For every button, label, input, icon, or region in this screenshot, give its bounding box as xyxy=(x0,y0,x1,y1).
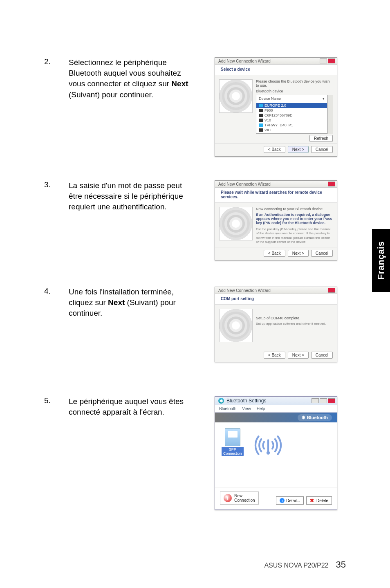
brand-bar: ✱Bluetooth xyxy=(215,413,337,422)
step-number: 2. xyxy=(44,57,57,66)
dialog-titlebar: Add New Connection Wizard xyxy=(215,181,337,188)
list-item[interactable]: EUROPE 2.0 xyxy=(256,103,327,108)
menu-view[interactable]: View xyxy=(242,406,251,411)
dropdown-icon: ▾ xyxy=(323,97,325,101)
step-screenshot: ✱ Bluetooth Settings Bluetooth View Help xyxy=(213,396,339,511)
step-number: 5. xyxy=(44,396,57,405)
bold-fragment: Next xyxy=(108,298,125,307)
step-text: Une fois l'installation terminée, clique… xyxy=(69,287,201,319)
dialog-heading: COM port setting xyxy=(215,294,337,305)
wizard-dialog-com-port: Add New Connection Wizard COM port setti… xyxy=(215,287,337,362)
minimize-button[interactable] xyxy=(312,398,319,403)
close-button[interactable] xyxy=(328,398,335,403)
detail-button[interactable]: iDetail... xyxy=(276,496,304,505)
dialog-titlebar: Add New Connection Wizard xyxy=(215,58,337,65)
menu-bar: Bluetooth View Help xyxy=(215,405,337,413)
window-titlebar: ✱ Bluetooth Settings xyxy=(215,397,337,405)
back-button[interactable]: < Back xyxy=(264,250,285,257)
footer-page-number: 35 xyxy=(336,559,346,570)
info-icon: i xyxy=(280,498,285,503)
refresh-button[interactable]: Refresh xyxy=(309,135,333,142)
delete-button[interactable]: ✖Delete xyxy=(306,496,332,505)
newconn-text-top: New xyxy=(234,494,255,498)
cancel-button[interactable]: Cancel xyxy=(311,250,333,257)
text-fragment: (Suivant) pour continuer. xyxy=(69,90,153,99)
step-screenshot: Add New Connection Wizard Please wait wh… xyxy=(213,180,339,266)
dialog-title: Add New Connection Wizard xyxy=(218,59,271,63)
back-button[interactable]: < Back xyxy=(264,352,285,359)
close-button[interactable] xyxy=(328,58,335,63)
device-listbox[interactable]: Device Name▾ EUROPE 2.0 F900 C6F12345678… xyxy=(256,95,327,134)
group-label: Bluetooth device xyxy=(256,89,333,93)
wizard-dialog-searching: Add New Connection Wizard Please wait wh… xyxy=(215,180,337,260)
step-text: La saisie d'un mot de passe peut être né… xyxy=(69,180,201,213)
delete-x-icon: ✖ xyxy=(310,498,315,503)
fine-print: Set up application software and driver i… xyxy=(256,322,333,326)
text-fragment: Le périphérique auquel vous êtes connect… xyxy=(69,397,184,416)
close-button[interactable] xyxy=(328,288,335,293)
step-screenshot: Add New Connection Wizard Select a devic… xyxy=(213,57,339,157)
list-item[interactable]: TVRWY_D40_P1 xyxy=(256,123,327,128)
next-button[interactable]: Next > xyxy=(288,146,309,153)
newconn-text-bottom: Connection xyxy=(234,498,255,503)
wizard-graphic-icon xyxy=(219,207,253,240)
bold-fragment: Next xyxy=(171,79,188,88)
menu-bluetooth[interactable]: Bluetooth xyxy=(219,406,236,411)
text-fragment: Sélectionnez le périphérique Bluetooth a… xyxy=(69,58,181,88)
dialog-instruction: Please choose the Bluetooth device you w… xyxy=(256,79,333,88)
step-3: 3. La saisie d'un mot de passe peut être… xyxy=(44,180,346,266)
device-icon xyxy=(225,428,240,446)
cancel-button[interactable]: Cancel xyxy=(311,146,333,153)
wizard-graphic-icon xyxy=(219,79,253,113)
connected-device[interactable]: SPP Connection xyxy=(222,428,244,456)
new-connection-button[interactable]: i New Connection xyxy=(220,491,259,505)
minimize-button[interactable] xyxy=(320,58,327,63)
language-tab: Français xyxy=(372,229,390,292)
next-button[interactable]: Next > xyxy=(288,352,309,359)
signal-waves-icon xyxy=(251,428,285,462)
new-connection-icon: i xyxy=(224,494,232,502)
listbox-header: Device Name xyxy=(259,97,281,101)
wizard-dialog-select-device: Add New Connection Wizard Select a devic… xyxy=(215,57,337,157)
wizard-graphic-icon xyxy=(219,309,253,342)
step-5: 5. Le périphérique auquel vous êtes conn… xyxy=(44,396,346,511)
list-item[interactable]: V10 xyxy=(256,118,327,123)
svg-point-0 xyxy=(266,451,269,454)
auth-hint: If an Authentication is required, a dial… xyxy=(256,213,333,225)
dialog-heading: Please wait while wizard searches for re… xyxy=(215,188,337,203)
brand-pill: ✱Bluetooth xyxy=(298,414,332,421)
fine-print: For the passkey (PIN code), please see t… xyxy=(256,227,333,245)
bluetooth-settings-window: ✱ Bluetooth Settings Bluetooth View Help xyxy=(215,396,337,510)
list-item[interactable]: C6F123456789D xyxy=(256,113,327,118)
back-button[interactable]: < Back xyxy=(264,146,285,153)
menu-help[interactable]: Help xyxy=(257,406,265,411)
status-text: Setup of COM40 complete. xyxy=(256,316,333,320)
bluetooth-logo-icon: ✱ xyxy=(218,398,224,404)
status-text: Now connecting to your Bluetooth device. xyxy=(256,207,333,211)
close-button[interactable] xyxy=(328,182,335,186)
text-fragment: La saisie d'un mot de passe peut être né… xyxy=(69,181,183,211)
page-footer: ASUS NOVA P20/P22 35 xyxy=(264,559,346,570)
next-button[interactable]: Next > xyxy=(288,250,309,257)
dialog-title: Add New Connection Wizard xyxy=(218,182,271,186)
step-text: Sélectionnez le périphérique Bluetooth a… xyxy=(69,57,201,100)
dialog-title: Add New Connection Wizard xyxy=(218,288,271,293)
step-number: 3. xyxy=(44,180,57,189)
step-text: Le périphérique auquel vous êtes connect… xyxy=(69,396,201,417)
dialog-titlebar: Add New Connection Wizard xyxy=(215,287,337,294)
list-item[interactable]: VIC xyxy=(256,128,327,132)
device-canvas: SPP Connection xyxy=(215,422,337,487)
listbox-scrollbar[interactable] xyxy=(327,95,333,134)
maximize-button[interactable] xyxy=(320,398,327,403)
language-tab-label: Français xyxy=(376,241,386,280)
dialog-heading: Select a device xyxy=(215,65,337,75)
cancel-button[interactable]: Cancel xyxy=(311,352,333,359)
window-title: Bluetooth Settings xyxy=(226,398,266,404)
step-2: 2. Sélectionnez le périphérique Bluetoot… xyxy=(44,57,346,157)
step-number: 4. xyxy=(44,287,57,296)
step-screenshot: Add New Connection Wizard COM port setti… xyxy=(213,287,339,373)
list-item[interactable]: F900 xyxy=(256,108,327,113)
footer-product: ASUS NOVA P20/P22 xyxy=(264,562,328,569)
device-label: SPP Connection xyxy=(222,447,244,456)
step-4: 4. Une fois l'installation terminée, cli… xyxy=(44,287,346,373)
